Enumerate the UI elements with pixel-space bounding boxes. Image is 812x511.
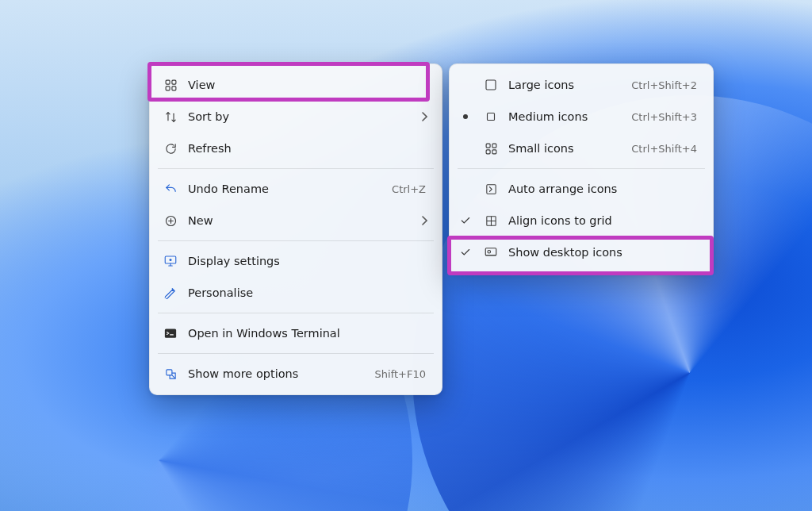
menu-item-accelerator: Ctrl+Shift+4 bbox=[631, 143, 700, 155]
sort-icon bbox=[163, 109, 178, 125]
menu-item-label: Personalise bbox=[188, 286, 429, 299]
menu-item-show-more-options[interactable]: Show more options Shift+F10 bbox=[155, 358, 437, 390]
check-indicator-checked bbox=[458, 247, 473, 258]
menu-item-personalise[interactable]: Personalise bbox=[155, 277, 437, 309]
svg-point-6 bbox=[170, 259, 172, 261]
menu-item-open-terminal[interactable]: Open in Windows Terminal bbox=[155, 317, 437, 349]
submenu-item-large-icons[interactable]: Large icons Ctrl+Shift+2 bbox=[454, 69, 708, 101]
svg-rect-3 bbox=[171, 86, 175, 90]
refresh-icon bbox=[163, 140, 178, 156]
menu-item-label: Refresh bbox=[188, 142, 429, 155]
menu-item-label: Show desktop icons bbox=[508, 246, 700, 259]
new-icon bbox=[163, 213, 178, 229]
svg-point-18 bbox=[488, 250, 491, 253]
menu-item-accelerator: Ctrl+Z bbox=[392, 183, 429, 195]
svg-rect-7 bbox=[165, 328, 176, 337]
show-more-icon bbox=[163, 366, 178, 382]
menu-item-accelerator: Ctrl+Shift+2 bbox=[631, 79, 700, 91]
svg-rect-8 bbox=[166, 369, 171, 375]
menu-item-label: New bbox=[188, 214, 412, 227]
chevron-right-icon bbox=[421, 112, 429, 121]
menu-item-sort-by[interactable]: Sort by bbox=[155, 101, 437, 133]
menu-item-accelerator: Ctrl+Shift+3 bbox=[631, 111, 700, 123]
menu-item-label: Sort by bbox=[188, 110, 412, 123]
menu-item-label: Medium icons bbox=[508, 110, 622, 123]
separator bbox=[158, 240, 434, 241]
submenu-item-align-to-grid[interactable]: Align icons to grid bbox=[454, 205, 708, 236]
menu-item-display-settings[interactable]: Display settings bbox=[155, 245, 437, 277]
menu-item-new[interactable]: New bbox=[155, 205, 437, 236]
radio-indicator-selected bbox=[458, 114, 473, 119]
small-icons-icon bbox=[483, 140, 499, 156]
view-icon bbox=[163, 77, 178, 93]
medium-icons-icon bbox=[483, 109, 499, 125]
submenu-item-show-desktop-icons[interactable]: Show desktop icons bbox=[454, 236, 708, 268]
menu-item-label: Small icons bbox=[508, 142, 622, 155]
menu-item-label: Open in Windows Terminal bbox=[188, 327, 429, 340]
svg-rect-2 bbox=[166, 86, 170, 90]
menu-item-label: Undo Rename bbox=[188, 182, 382, 195]
svg-rect-9 bbox=[486, 80, 496, 90]
menu-item-label: Auto arrange icons bbox=[508, 182, 700, 195]
separator bbox=[158, 168, 434, 169]
menu-item-refresh[interactable]: Refresh bbox=[155, 133, 437, 164]
context-menu: View Sort by Refresh bbox=[149, 63, 442, 395]
svg-rect-11 bbox=[486, 144, 490, 148]
desktop-background[interactable]: View Sort by Refresh bbox=[0, 0, 812, 511]
show-desktop-icons-icon bbox=[483, 244, 499, 260]
view-submenu: Large icons Ctrl+Shift+2 Medium icons Ct… bbox=[449, 63, 714, 274]
auto-arrange-icon bbox=[483, 181, 499, 197]
svg-rect-14 bbox=[492, 149, 496, 153]
svg-rect-0 bbox=[166, 80, 170, 84]
display-settings-icon bbox=[163, 253, 178, 269]
menu-item-label: Large icons bbox=[508, 79, 622, 91]
menu-item-label: Align icons to grid bbox=[508, 214, 700, 227]
menu-item-view[interactable]: View bbox=[155, 69, 437, 101]
menu-item-label: Display settings bbox=[188, 255, 429, 267]
menu-item-accelerator: Shift+F10 bbox=[375, 368, 429, 380]
menu-item-undo-rename[interactable]: Undo Rename Ctrl+Z bbox=[155, 173, 437, 205]
large-icons-icon bbox=[483, 77, 499, 93]
submenu-item-small-icons[interactable]: Small icons Ctrl+Shift+4 bbox=[454, 133, 708, 164]
align-grid-icon bbox=[483, 213, 499, 229]
menu-item-label: View bbox=[188, 79, 429, 91]
menu-item-label: Show more options bbox=[188, 367, 366, 380]
personalise-icon bbox=[163, 285, 178, 301]
svg-rect-1 bbox=[171, 80, 175, 84]
submenu-item-auto-arrange[interactable]: Auto arrange icons bbox=[454, 173, 708, 205]
check-indicator-checked bbox=[458, 215, 473, 226]
undo-icon bbox=[163, 181, 178, 197]
separator bbox=[158, 353, 434, 354]
chevron-right-icon bbox=[421, 216, 429, 225]
svg-rect-12 bbox=[492, 144, 496, 148]
separator bbox=[458, 168, 705, 169]
svg-rect-13 bbox=[486, 149, 490, 153]
submenu-item-medium-icons[interactable]: Medium icons Ctrl+Shift+3 bbox=[454, 101, 708, 133]
svg-rect-10 bbox=[488, 113, 495, 121]
separator bbox=[158, 313, 434, 313]
terminal-icon bbox=[163, 325, 178, 341]
